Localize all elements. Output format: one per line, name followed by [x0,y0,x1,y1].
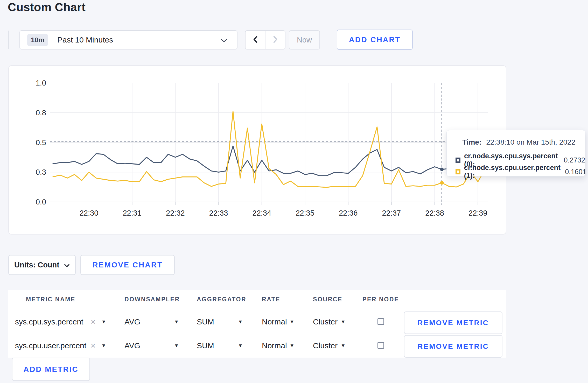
rate-value: Normal [262,317,287,326]
source-value: Cluster [313,341,338,350]
column-header-metric-name: METRIC NAME [26,296,75,303]
column-header-source: SOURCE [313,296,342,303]
remove-chart-button[interactable]: REMOVE CHART [80,255,175,275]
now-button[interactable]: Now [289,30,320,49]
timeseries-plot[interactable]: 0.00.30.50.81.022:3022:3122:3222:3322:34… [9,66,507,235]
remove-metric-button[interactable]: REMOVE METRIC [404,311,502,334]
column-header-rate: RATE [262,296,280,303]
clear-metric-icon[interactable]: × [90,317,95,327]
add-metric-button[interactable]: ADD METRIC [12,358,90,381]
tooltip-time-value: 22:38:10 on Mar 15th, 2022 [486,138,575,146]
tooltip-series-value: 0.1601 [565,168,586,176]
toolbar-divider [8,31,9,49]
source-value: Cluster [313,317,338,326]
tooltip-time-label: Time: [462,138,481,146]
caret-down-icon: ▼ [174,319,179,325]
x-axis-tick-label: 22:30 [80,209,99,217]
series-line [53,111,485,187]
aggregator-value: SUM [197,317,214,326]
per-node-checkbox[interactable] [377,318,384,325]
tooltip-series-name: cr.node.sys.cpu.user.percent (1): [464,164,561,180]
chevron-down-icon [220,38,228,44]
chevron-down-icon [64,261,70,269]
caret-down-icon: ▼ [290,319,295,325]
tooltip-time: Time:22:38:10 on Mar 15th, 2022 [462,138,575,146]
chevron-right-icon [272,35,279,45]
x-axis-tick-label: 22:36 [339,209,358,217]
downsampler-select[interactable]: AVG ▼ [124,334,179,358]
x-axis-tick-label: 22:37 [382,209,401,217]
page-title: Custom Chart [8,1,86,14]
series-swatch-icon [456,158,460,163]
x-axis-tick-label: 22:31 [123,209,142,217]
units-dropdown[interactable]: Units: Count [8,255,76,275]
caret-down-icon: ▼ [174,343,179,349]
x-axis-tick-label: 22:38 [425,209,444,217]
caret-down-icon: ▼ [341,343,346,349]
clear-metric-icon[interactable]: × [90,341,95,351]
caret-down-icon: ▼ [101,343,106,349]
units-label: Units: Count [14,261,59,269]
rate-select[interactable]: Normal ▼ [262,310,295,334]
remove-metric-button[interactable]: REMOVE METRIC [404,335,502,358]
time-range-dropdown[interactable]: 10m Past 10 Minutes [19,30,237,49]
series-line [53,146,485,176]
y-axis-tick-label: 1.0 [36,79,46,87]
caret-down-icon: ▼ [101,319,106,325]
time-window-label: Past 10 Minutes [57,36,113,44]
y-axis-tick-label: 0.3 [36,168,46,176]
custom-chart-page: Custom Chart 10m Past 10 Minutes Now ADD… [0,0,588,383]
previous-timeframe-button[interactable] [246,31,265,49]
metric-name-value: sys.cpu.sys.percent [15,317,83,326]
tooltip-series-row: cr.node.sys.cpu.user.percent (1): 0.1601 [456,164,586,180]
caret-down-icon: ▼ [290,343,295,349]
chevron-left-icon [252,35,259,45]
tooltip-series-value: 0.2732 [564,156,585,164]
caret-down-icon: ▼ [238,319,243,325]
source-select[interactable]: Cluster ▼ [313,334,346,358]
next-timeframe-button[interactable] [265,31,285,49]
hover-point-marker [440,168,444,171]
aggregator-select[interactable]: SUM ▼ [197,310,243,334]
y-axis-tick-label: 0.5 [36,138,46,147]
chart-hover-tooltip: Time:22:38:10 on Mar 15th, 2022 cr.node.… [446,130,585,176]
metric-name-value: sys.cpu.user.percent [15,341,86,350]
rate-value: Normal [262,341,287,350]
column-header-downsampler: DOWNSAMPLER [124,296,180,303]
column-header-per-node: PER NODE [362,296,399,303]
aggregator-select[interactable]: SUM ▼ [197,334,243,358]
x-axis-tick-label: 22:32 [166,209,185,217]
rate-select[interactable]: Normal ▼ [262,334,295,358]
series-swatch-icon [456,169,460,174]
x-axis-tick-label: 22:39 [468,209,487,217]
per-node-checkbox[interactable] [377,342,384,349]
time-window-badge: 10m [27,34,48,46]
y-axis-tick-label: 0.8 [36,109,46,117]
x-axis-tick-label: 22:33 [209,209,228,217]
source-select[interactable]: Cluster ▼ [313,310,346,334]
y-axis-tick-label: 0.0 [36,198,46,206]
time-pager [245,30,285,49]
column-header-aggregator: AGGREGATOR [197,296,246,303]
caret-down-icon: ▼ [238,343,243,349]
metric-name-select[interactable]: sys.cpu.user.percent × ▼ [15,334,106,358]
x-axis-tick-label: 22:34 [253,209,271,217]
x-axis-tick-label: 22:35 [296,209,314,217]
aggregator-value: SUM [197,341,214,350]
metric-name-select[interactable]: sys.cpu.sys.percent × ▼ [15,310,106,334]
add-chart-button[interactable]: ADD CHART [337,30,413,50]
hover-point-marker [440,181,444,185]
caret-down-icon: ▼ [341,319,346,325]
downsampler-select[interactable]: AVG ▼ [124,310,179,334]
downsampler-value: AVG [124,341,140,350]
downsampler-value: AVG [124,317,140,326]
metrics-chart[interactable]: 0.00.30.50.81.022:3022:3122:3222:3322:34… [8,65,506,235]
